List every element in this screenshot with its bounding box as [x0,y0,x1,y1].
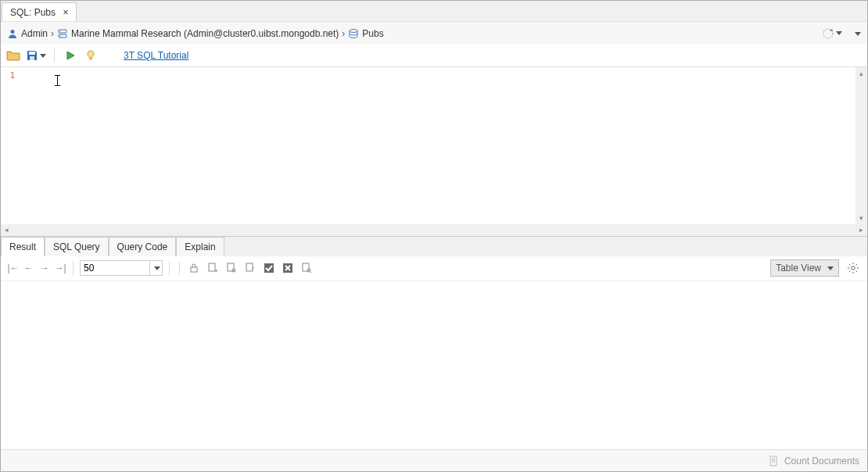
line-gutter: 1 [1,67,18,224]
document-icon [769,456,780,467]
document-plus-icon: + [207,263,218,274]
toolbar-separator [169,261,170,275]
close-tab-icon[interactable]: × [60,7,71,18]
save-button[interactable] [26,48,46,63]
result-toolbar: |← ← → →| + Table View [1,256,867,281]
editor-toolbar: 3T SQL Tutorial [1,45,867,66]
document-tab[interactable]: SQL: Pubs × [2,2,77,21]
apply-button[interactable] [261,260,277,276]
x-box-icon [282,263,293,274]
user-icon [7,28,18,39]
hint-button[interactable] [83,48,99,63]
lightbulb-icon [85,50,96,61]
text-cursor [57,75,58,86]
result-grid [1,281,867,450]
chevron-right-icon: › [51,28,54,39]
tab-explain[interactable]: Explain [176,237,224,256]
database-icon [348,28,359,39]
discard-button[interactable] [280,260,296,276]
page-size-input[interactable] [80,260,150,276]
run-button[interactable] [63,48,78,63]
document-tab-strip: SQL: Pubs × [1,1,867,21]
breadcrumb-user[interactable]: Admin [7,28,48,39]
prev-page-button[interactable]: ← [23,263,35,274]
check-box-icon [264,263,274,274]
scroll-up-icon[interactable]: ▴ [855,67,867,79]
breadcrumb-bar: Admin › Marine Mammal Research (Admin@cl… [1,21,867,45]
chevron-down-icon[interactable] [150,260,163,276]
last-page-button[interactable]: →| [54,263,66,274]
chevron-right-icon: › [342,28,345,39]
breadcrumb-database-label: Pubs [362,28,383,39]
editor-wrap: 1 ▴ ▾ ◂ ▸ [1,66,867,236]
breadcrumb-connection-label: Marine Mammal Research (Admin@cluster0.u… [71,28,339,39]
settings-button[interactable] [845,260,861,276]
svg-rect-13 [228,263,234,271]
code-area[interactable] [18,67,855,224]
svg-rect-16 [264,263,274,273]
scroll-left-icon[interactable]: ◂ [1,224,13,236]
sql-editor[interactable]: 1 ▴ ▾ [1,67,867,224]
svg-point-5 [350,29,357,32]
toolbar-separator [73,261,74,275]
server-icon [57,28,68,39]
find-button[interactable] [299,260,314,276]
horizontal-scrollbar[interactable]: ◂ ▸ [1,224,867,236]
scroll-right-icon[interactable]: ▸ [855,224,867,236]
tab-query-code[interactable]: Query Code [109,237,177,256]
tab-result[interactable]: Result [1,237,45,256]
chevron-down-icon [40,54,46,58]
first-page-button[interactable]: |← [7,263,20,274]
line-number: 1 [1,70,15,80]
svg-point-6 [823,29,833,38]
svg-rect-9 [90,59,92,60]
next-page-button[interactable]: → [38,263,51,274]
editor-card: Admin › Marine Mammal Research (Admin@cl… [1,21,867,471]
svg-point-20 [852,266,855,270]
svg-rect-21 [770,456,777,466]
svg-rect-15 [246,263,253,271]
refresh-dotted-icon [822,27,834,40]
play-icon [65,50,76,61]
view-doc-button[interactable] [224,260,239,276]
svg-rect-8 [30,56,34,60]
page-size-select[interactable] [80,260,163,276]
breadcrumb-database[interactable]: Pubs [348,28,383,39]
svg-point-3 [59,30,60,31]
tab-sql-query[interactable]: SQL Query [45,237,109,256]
gear-icon [847,262,859,274]
chevron-down-icon [827,266,834,270]
refresh-menu-button[interactable] [822,27,842,40]
breadcrumb-user-label: Admin [21,28,48,39]
svg-point-4 [59,35,60,36]
breadcrumb-connection[interactable]: Marine Mammal Research (Admin@cluster0.u… [57,28,339,39]
lock-button[interactable] [186,260,202,276]
document-search-icon [301,263,312,274]
view-mode-select[interactable]: Table View [770,259,839,277]
vertical-scrollbar[interactable]: ▴ ▾ [855,67,867,224]
save-icon [26,49,38,62]
document-view-icon [226,263,237,274]
add-doc-button[interactable]: + [205,260,221,276]
result-tab-strip: Result SQL Query Query Code Explain [1,236,867,256]
view-mode-label: Table View [776,263,821,274]
status-bar: Count Documents [1,449,867,471]
open-folder-button[interactable] [5,48,21,63]
svg-rect-10 [191,267,197,272]
svg-rect-18 [303,263,309,271]
document-tab-title: SQL: Pubs [10,7,56,18]
overflow-menu-button[interactable] [853,28,861,39]
document-edit-icon [245,263,256,274]
svg-rect-7 [29,52,35,55]
edit-doc-button[interactable] [242,260,258,276]
folder-icon [6,49,20,62]
chevron-down-icon [836,31,842,35]
svg-point-0 [11,30,15,34]
lock-icon [188,263,199,274]
tutorial-link[interactable]: 3T SQL Tutorial [124,50,188,61]
count-documents-button[interactable]: Count Documents [784,456,859,467]
toolbar-separator [54,48,55,63]
chevron-down-icon [855,32,861,36]
toolbar-separator [179,261,180,275]
scroll-down-icon[interactable]: ▾ [855,213,867,224]
